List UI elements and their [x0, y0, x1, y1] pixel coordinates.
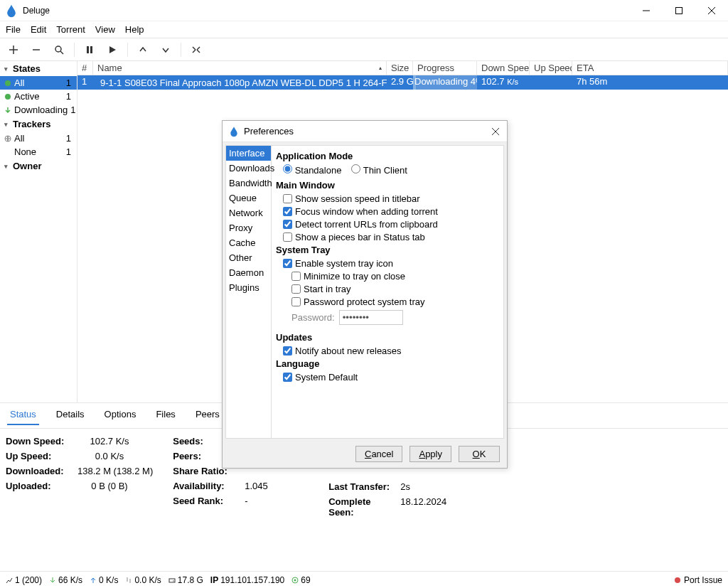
menu-torrent[interactable]: Torrent	[56, 24, 85, 35]
port-status-indicator[interactable]: Port Issue	[674, 575, 722, 585]
col-progress[interactable]: Progress	[413, 61, 477, 75]
radio-standalone[interactable]: Standalone	[283, 164, 341, 176]
resume-button[interactable]	[102, 40, 123, 60]
svg-line-12	[193, 47, 196, 50]
prefs-cat-queue[interactable]: Queue	[226, 191, 271, 205]
updates-header: Updates	[276, 332, 499, 343]
cell-progress: Downloading 4%	[413, 75, 477, 90]
tab-peers[interactable]: Peers	[193, 407, 223, 425]
chk-notify-releases[interactable]: Notify about new releases	[283, 346, 499, 356]
tab-status[interactable]: Status	[7, 407, 39, 425]
dialog-titlebar: Preferences	[223, 121, 507, 142]
radio-thin-client[interactable]: Thin Client	[351, 164, 407, 176]
sidebar-item-all[interactable]: All 1	[0, 76, 77, 90]
cell-num: 1	[77, 75, 93, 90]
chk-focus-window[interactable]: Focus window when adding torrent	[283, 206, 499, 217]
downloaded-value: 138.2 M (138.2 M)	[77, 466, 153, 476]
tab-details[interactable]: Details	[53, 407, 87, 425]
prefs-cat-proxy[interactable]: Proxy	[226, 220, 271, 235]
menu-file[interactable]: File	[6, 24, 21, 35]
prefs-cat-downloads[interactable]: Downloads	[226, 161, 271, 176]
prefs-cat-plugins[interactable]: Plugins	[226, 280, 271, 295]
col-num[interactable]: #	[77, 61, 93, 75]
prefs-content: Application Mode Standalone Thin Client …	[272, 146, 503, 438]
remove-torrent-button[interactable]	[26, 40, 47, 60]
apply-button[interactable]: Apply	[410, 446, 451, 462]
cell-size: 2.9 G	[387, 75, 413, 90]
sidebar-header-owner[interactable]: Owner	[0, 159, 77, 173]
app-logo-icon	[228, 126, 240, 137]
sidebar-item-trackers-all[interactable]: All 1	[0, 132, 77, 145]
prefs-cat-network[interactable]: Network	[226, 205, 271, 220]
menu-view[interactable]: View	[95, 24, 115, 35]
system-tray-header: System Tray	[276, 245, 499, 255]
blank-icon	[4, 149, 11, 156]
app-logo-icon	[4, 4, 18, 18]
up-speed-value: 0.0 K/s	[77, 451, 141, 461]
prefs-cat-bandwidth[interactable]: Bandwidth	[226, 176, 271, 191]
language-header: Language	[276, 358, 499, 369]
window-close-button[interactable]	[695, 0, 728, 21]
disk-space-indicator[interactable]: 17.8 G	[168, 575, 203, 585]
prefs-cat-interface[interactable]: Interface	[226, 146, 271, 161]
torrent-row[interactable]: 1 9-1-1 S08E03 Final Approach 1080p AMZN…	[77, 75, 728, 90]
sidebar-header-trackers[interactable]: Trackers	[0, 117, 77, 132]
pause-button[interactable]	[79, 40, 100, 60]
chk-system-default[interactable]: System Default	[283, 372, 499, 383]
col-size[interactable]: Size	[387, 61, 413, 75]
add-torrent-button[interactable]	[3, 40, 24, 60]
cancel-button[interactable]: Cancel	[355, 446, 402, 462]
chk-detect-urls[interactable]: Detect torrent URLs from clipboard	[283, 219, 499, 230]
prefs-cat-daemon[interactable]: Daemon	[226, 265, 271, 280]
queue-down-button[interactable]	[155, 40, 176, 60]
availability-label: Availability:	[173, 481, 240, 491]
menu-help[interactable]: Help	[125, 24, 144, 35]
cell-up	[530, 75, 572, 90]
filter-button[interactable]	[48, 40, 70, 60]
connections-icon	[6, 577, 13, 584]
queue-up-button[interactable]	[132, 40, 154, 60]
cell-eta: 7h 56m	[572, 75, 728, 90]
connections-indicator[interactable]: 1 (200)	[6, 575, 42, 585]
sidebar-item-downloading[interactable]: Downloading 1	[0, 103, 77, 117]
title-bar: Deluge	[0, 0, 728, 21]
prefs-cat-cache[interactable]: Cache	[226, 235, 271, 250]
ip-indicator[interactable]: IP191.101.157.190	[210, 575, 284, 585]
column-headers: # Name▴ Size Progress Down Speed Up Spee…	[77, 61, 728, 75]
menu-edit[interactable]: Edit	[31, 24, 46, 35]
svg-line-14	[197, 47, 200, 50]
col-down[interactable]: Down Speed	[477, 61, 530, 75]
dialog-close-button[interactable]	[490, 126, 501, 137]
sidebar-item-active[interactable]: Active 1	[0, 90, 77, 103]
chk-show-session-speed[interactable]: Show session speed in titlebar	[283, 193, 499, 204]
password-field	[339, 310, 403, 325]
download-speed-indicator[interactable]: 66 K/s	[49, 575, 82, 585]
tab-options[interactable]: Options	[102, 407, 139, 425]
dht-indicator[interactable]: 69	[291, 575, 310, 585]
svg-point-23	[294, 579, 296, 581]
sidebar-item-none[interactable]: None 1	[0, 145, 77, 159]
col-eta[interactable]: ETA	[572, 61, 728, 75]
app-title: Deluge	[23, 6, 630, 16]
window-minimize-button[interactable]	[630, 0, 663, 21]
window-maximize-button[interactable]	[663, 0, 695, 21]
col-name[interactable]: Name▴	[93, 61, 387, 75]
last-transfer-value: 2s	[400, 481, 464, 492]
upload-speed-indicator[interactable]: 0 K/s	[90, 575, 118, 585]
toolbar-separator	[74, 43, 75, 57]
seed-rank-label: Seed Rank:	[173, 496, 240, 506]
chk-password-tray[interactable]: Password protect system tray	[291, 296, 499, 307]
prefs-cat-other[interactable]: Other	[226, 250, 271, 265]
chk-start-tray[interactable]: Start in tray	[291, 284, 499, 294]
seed-rank-value: -	[245, 496, 309, 506]
chk-enable-tray[interactable]: Enable system tray icon	[283, 258, 499, 269]
ok-button[interactable]: OK	[459, 446, 500, 462]
tab-files[interactable]: Files	[153, 407, 178, 425]
sidebar-header-states[interactable]: States	[0, 61, 77, 76]
chk-minimize-tray[interactable]: Minimize to tray on close	[291, 271, 499, 282]
preferences-button[interactable]	[186, 40, 207, 60]
chk-pieces-bar[interactable]: Show a pieces bar in Status tab	[283, 232, 499, 242]
downloaded-label: Downloaded:	[6, 466, 73, 476]
protocol-traffic-indicator[interactable]: 0.0 K/s	[125, 575, 161, 585]
col-up[interactable]: Up Speed	[530, 61, 572, 75]
